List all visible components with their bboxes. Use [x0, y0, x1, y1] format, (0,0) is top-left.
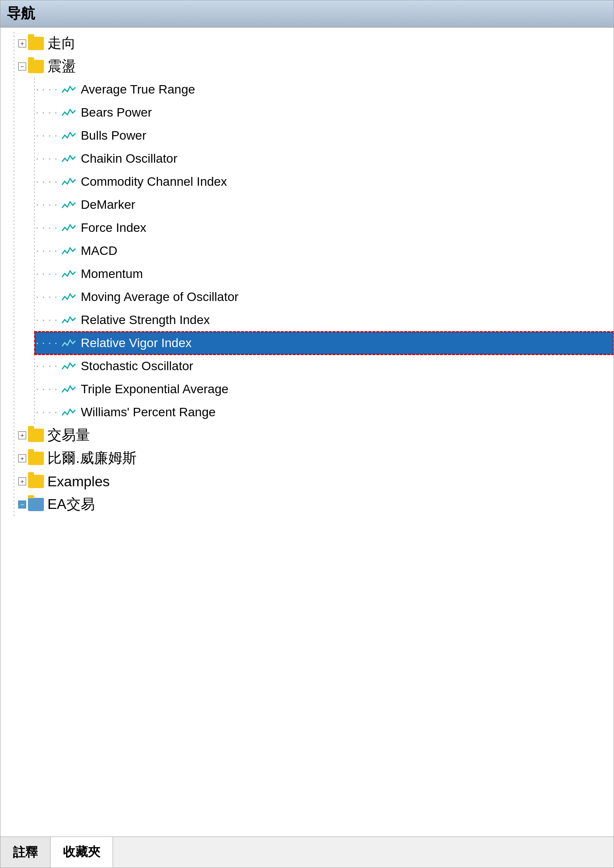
expand-icon-trend[interactable]: + — [18, 39, 26, 47]
favorites-tab-label: 收藏夾 — [63, 844, 100, 860]
tree-item-ea[interactable]: − EA交易 — [18, 493, 614, 516]
connector-cci: ···· — [35, 176, 59, 187]
tree-item-bulls[interactable]: ···· Bulls Power — [35, 124, 614, 147]
examples-label: Examples — [47, 473, 110, 490]
indicator-icon-wpr — [61, 407, 76, 418]
tree-item-cci[interactable]: ···· Commodity Channel Index — [35, 170, 614, 193]
connector-mao: ···· — [35, 292, 59, 302]
folder-icon-examples — [28, 475, 44, 488]
indicator-icon-atr — [61, 84, 76, 95]
ea-label: EA交易 — [47, 495, 95, 514]
expand-icon-examples[interactable]: + — [18, 477, 26, 485]
indicator-icon-cci — [61, 176, 76, 188]
indicator-icon-momentum — [61, 268, 76, 280]
oscillator-label: 震盪 — [47, 57, 76, 76]
tree-item-demarker[interactable]: ···· DeMarker — [35, 193, 614, 216]
tree-item-tema[interactable]: ···· Triple Exponential Average — [35, 378, 614, 401]
tree-item-mao[interactable]: ···· Moving Average of Oscillator — [35, 285, 614, 309]
tree-item-oscillator[interactable]: − 震盪 — [18, 55, 614, 78]
indicator-icon-chaikin — [61, 153, 76, 164]
momentum-label: Momentum — [81, 267, 143, 281]
connector-demarker: ···· — [35, 199, 59, 210]
tree-item-chaikin[interactable]: ···· Chaikin Oscillator — [35, 147, 614, 170]
chaikin-label: Chaikin Oscillator — [81, 152, 177, 166]
connector-bears: ···· — [35, 107, 59, 118]
indicator-icon-tema — [61, 383, 76, 395]
connector-chaikin: ···· — [35, 153, 59, 164]
notes-tab-label: 註釋 — [13, 844, 38, 861]
panel-header: 导航 — [0, 0, 614, 27]
indicator-icon-demarker — [61, 199, 76, 211]
panel-title: 导航 — [7, 5, 35, 21]
tree-item-bears[interactable]: ···· Bears Power — [35, 101, 614, 124]
tab-favorites[interactable]: 收藏夾 — [51, 837, 113, 868]
force-label: Force Index — [81, 221, 146, 235]
tree-item-momentum[interactable]: ···· Momentum — [35, 262, 614, 285]
folder-icon-oscillator — [28, 60, 44, 73]
tab-notes[interactable]: 註釋 — [0, 837, 51, 868]
rsi-label: Relative Strength Index — [81, 313, 210, 327]
expand-icon-ea[interactable]: − — [18, 500, 26, 508]
tree-item-rvi[interactable]: ···· Relative Vigor Index — [35, 332, 614, 355]
connector-stoch: ···· — [35, 361, 59, 371]
tree-item-wpr[interactable]: ···· Williams' Percent Range — [35, 401, 614, 424]
connector-macd: ···· — [35, 246, 59, 256]
connector-force: ···· — [35, 223, 59, 233]
trend-label: 走向 — [47, 34, 76, 53]
indicator-icon-mao — [61, 291, 76, 303]
volume-label: 交易量 — [47, 426, 90, 445]
bulls-label: Bulls Power — [81, 129, 146, 143]
tree-item-rsi[interactable]: ···· Relative Strength Index — [35, 309, 614, 332]
indicator-icon-rvi — [61, 337, 76, 349]
panel-footer: 註釋 收藏夾 — [0, 837, 614, 868]
expand-icon-oscillator[interactable]: − — [18, 63, 26, 70]
folder-icon-ea — [28, 498, 44, 511]
tree-item-stoch[interactable]: ···· Stochastic Oscillator — [35, 355, 614, 378]
connector-momentum: ···· — [35, 269, 59, 279]
indicator-icon-bulls — [61, 130, 76, 141]
connector-tema: ···· — [35, 384, 59, 395]
connector-rsi: ···· — [35, 315, 59, 325]
tree-item-williams[interactable]: + 比爾.威廉姆斯 — [18, 447, 614, 470]
indicator-icon-rsi — [61, 314, 76, 326]
folder-icon-williams — [28, 452, 44, 465]
rvi-label: Relative Vigor Index — [81, 336, 192, 350]
tree-item-force[interactable]: ···· Force Index — [35, 216, 614, 239]
macd-label: MACD — [81, 244, 117, 258]
tree-item-atr[interactable]: ···· Average True Range — [35, 78, 614, 101]
connector-bulls: ···· — [35, 130, 59, 141]
folder-icon-volume — [28, 429, 44, 442]
tree-item-trend[interactable]: + 走向 — [18, 32, 614, 55]
williams-label: 比爾.威廉姆斯 — [47, 449, 137, 468]
mao-label: Moving Average of Oscillator — [81, 290, 239, 304]
tree-item-volume[interactable]: + 交易量 — [18, 424, 614, 447]
wpr-label: Williams' Percent Range — [81, 405, 215, 419]
navigation-panel: 导航 + 走向 − 震盪 — [0, 0, 614, 868]
connector-atr: ···· — [35, 84, 59, 95]
tema-label: Triple Exponential Average — [81, 382, 228, 396]
expand-icon-williams[interactable]: + — [18, 454, 26, 462]
demarker-label: DeMarker — [81, 198, 135, 212]
indicator-icon-force — [61, 222, 76, 234]
stoch-label: Stochastic Oscillator — [81, 359, 193, 373]
folder-icon-trend — [28, 37, 44, 50]
indicator-icon-bears — [61, 107, 76, 118]
tree-item-macd[interactable]: ···· MACD — [35, 239, 614, 262]
indicator-icon-stoch — [61, 360, 76, 372]
expand-icon-volume[interactable]: + — [18, 431, 26, 439]
atr-label: Average True Range — [81, 82, 195, 97]
tree-container: + 走向 − 震盪 ···· — [0, 27, 614, 837]
connector-rvi: ···· — [35, 338, 59, 348]
connector-wpr: ···· — [35, 407, 59, 418]
bears-label: Bears Power — [81, 106, 152, 120]
tree-item-examples[interactable]: + Examples — [18, 470, 614, 493]
indicator-icon-macd — [61, 245, 76, 257]
cci-label: Commodity Channel Index — [81, 175, 227, 189]
